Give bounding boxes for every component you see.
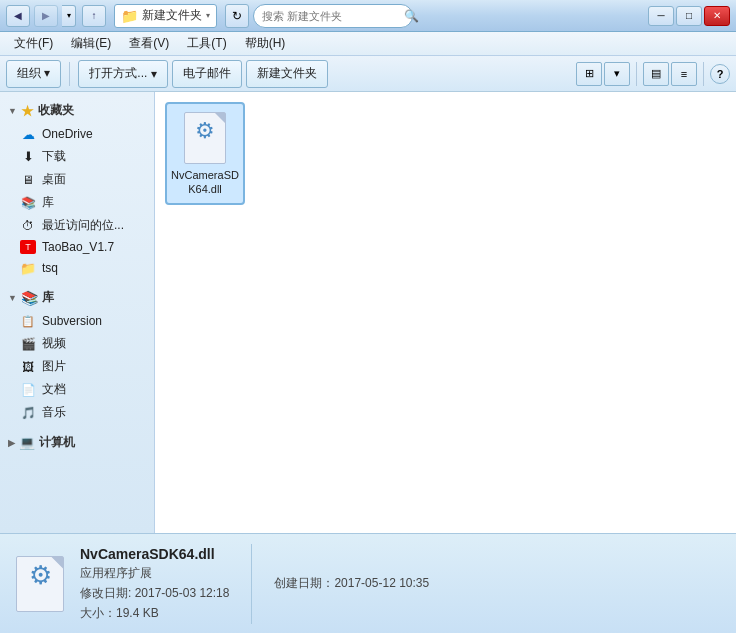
organize-label: 组织 ▾ — [17, 65, 50, 82]
up-button[interactable]: ↑ — [82, 5, 106, 27]
status-divider — [251, 544, 252, 624]
new-folder-button[interactable]: 新建文件夹 — [246, 60, 328, 88]
sidebar-section-computer[interactable]: ▶ 💻 计算机 — [0, 430, 154, 455]
menu-tools[interactable]: 工具(T) — [179, 33, 234, 54]
sidebar-section-library[interactable]: ▼ 📚 库 — [0, 285, 154, 310]
close-button[interactable]: ✕ — [704, 6, 730, 26]
details-pane-button[interactable]: ≡ — [671, 62, 697, 86]
sidebar-item-download[interactable]: ⬇ 下载 — [0, 145, 154, 168]
sidebar-item-library[interactable]: 📚 库 — [0, 191, 154, 214]
status-dates: 创建日期：2017-05-12 10:35 — [274, 575, 429, 592]
toolbar-separator-2 — [636, 62, 637, 86]
onedrive-icon: ☁ — [20, 126, 36, 142]
file-area[interactable]: ⚙ NvCameraSDK64.dll — [155, 92, 736, 533]
sidebar-item-desktop[interactable]: 🖥 桌面 — [0, 168, 154, 191]
email-label: 电子邮件 — [183, 65, 231, 82]
sidebar-section-favorites[interactable]: ▼ ★ 收藏夹 — [0, 98, 154, 123]
maximize-button[interactable]: □ — [676, 6, 702, 26]
refresh-button[interactable]: ↻ — [225, 4, 249, 28]
sidebar-item-recent[interactable]: ⏱ 最近访问的位... — [0, 214, 154, 237]
favorites-label: 收藏夹 — [38, 102, 74, 119]
music-icon: 🎵 — [20, 405, 36, 421]
status-modified: 修改日期: 2017-05-03 12:18 — [80, 585, 229, 602]
library-label: 库 — [42, 194, 54, 211]
favorites-star-icon: ★ — [21, 103, 34, 119]
library-icon: 📚 — [20, 195, 36, 211]
desktop-icon: 🖥 — [20, 172, 36, 188]
view-grid-button[interactable]: ⊞ — [576, 62, 602, 86]
main-area: ▼ ★ 收藏夹 ☁ OneDrive ⬇ 下载 🖥 桌面 📚 库 ⏱ 最近访问的… — [0, 92, 736, 533]
status-file-icon: ⚙ — [14, 554, 66, 614]
video-icon: 🎬 — [20, 336, 36, 352]
toolbar-separator-1 — [69, 62, 70, 86]
email-button[interactable]: 电子邮件 — [172, 60, 242, 88]
window-controls: ─ □ ✕ — [648, 6, 730, 26]
sidebar-item-documents[interactable]: 📄 文档 — [0, 378, 154, 401]
library-section-label: 库 — [42, 289, 54, 306]
sidebar-item-pictures[interactable]: 🖼 图片 — [0, 355, 154, 378]
title-bar: ◀ ▶ ▾ ↑ 📁 新建文件夹 ▾ ↻ 🔍 ─ □ ✕ — [0, 0, 736, 32]
status-filename: NvCameraSDK64.dll — [80, 546, 229, 562]
address-dropdown-icon: ▾ — [206, 11, 210, 20]
folder-icon: 📁 — [121, 8, 138, 24]
organize-button[interactable]: 组织 ▾ — [6, 60, 61, 88]
sidebar-item-tsq[interactable]: 📁 tsq — [0, 257, 154, 279]
search-bar[interactable]: 🔍 — [253, 4, 413, 28]
taobao-icon: T — [20, 240, 36, 254]
sidebar-item-subversion[interactable]: 📋 Subversion — [0, 310, 154, 332]
view-buttons: ⊞ ▾ ▤ ≡ ? — [576, 62, 730, 86]
sidebar-item-video[interactable]: 🎬 视频 — [0, 332, 154, 355]
computer-chevron: ▶ — [8, 438, 15, 448]
dll-file-icon: ⚙ — [181, 110, 229, 166]
documents-label: 文档 — [42, 381, 66, 398]
minimize-button[interactable]: ─ — [648, 6, 674, 26]
toolbar-separator-3 — [703, 62, 704, 86]
address-bar[interactable]: 📁 新建文件夹 ▾ — [114, 4, 217, 28]
recent-label: 最近访问的位... — [42, 217, 124, 234]
status-size: 大小：19.4 KB — [80, 605, 229, 622]
open-with-label: 打开方式... — [89, 65, 147, 82]
sidebar: ▼ ★ 收藏夹 ☁ OneDrive ⬇ 下载 🖥 桌面 📚 库 ⏱ 最近访问的… — [0, 92, 155, 533]
sidebar-item-onedrive[interactable]: ☁ OneDrive — [0, 123, 154, 145]
view-dropdown-button[interactable]: ▾ — [604, 62, 630, 86]
library-section-icon: 📚 — [21, 290, 38, 306]
pictures-icon: 🖼 — [20, 359, 36, 375]
status-info: NvCameraSDK64.dll 应用程序扩展 修改日期: 2017-05-0… — [80, 546, 229, 622]
nav-dropdown-button[interactable]: ▾ — [62, 5, 76, 27]
sidebar-item-taobao[interactable]: T TaoBao_V1.7 — [0, 237, 154, 257]
library-chevron: ▼ — [8, 293, 17, 303]
search-icon: 🔍 — [404, 9, 419, 23]
toolbar: 组织 ▾ 打开方式... ▾ 电子邮件 新建文件夹 ⊞ ▾ ▤ ≡ ? — [0, 56, 736, 92]
help-button[interactable]: ? — [710, 64, 730, 84]
documents-icon: 📄 — [20, 382, 36, 398]
file-label: NvCameraSDK64.dll — [171, 168, 239, 197]
subversion-label: Subversion — [42, 314, 102, 328]
download-label: 下载 — [42, 148, 66, 165]
menu-help[interactable]: 帮助(H) — [237, 33, 294, 54]
tsq-folder-icon: 📁 — [20, 260, 36, 276]
search-input[interactable] — [262, 10, 400, 22]
menu-edit[interactable]: 编辑(E) — [63, 33, 119, 54]
taobao-label: TaoBao_V1.7 — [42, 240, 114, 254]
pictures-label: 图片 — [42, 358, 66, 375]
desktop-label: 桌面 — [42, 171, 66, 188]
music-label: 音乐 — [42, 404, 66, 421]
forward-button[interactable]: ▶ — [34, 5, 58, 27]
menu-view[interactable]: 查看(V) — [121, 33, 177, 54]
recent-icon: ⏱ — [20, 218, 36, 234]
address-text: 新建文件夹 — [142, 7, 202, 24]
favorites-chevron: ▼ — [8, 106, 17, 116]
menu-file[interactable]: 文件(F) — [6, 33, 61, 54]
download-icon: ⬇ — [20, 149, 36, 165]
video-label: 视频 — [42, 335, 66, 352]
open-with-button[interactable]: 打开方式... ▾ — [78, 60, 168, 88]
back-button[interactable]: ◀ — [6, 5, 30, 27]
file-item-nvcamerasdk[interactable]: ⚙ NvCameraSDK64.dll — [165, 102, 245, 205]
status-bar: ⚙ NvCameraSDK64.dll 应用程序扩展 修改日期: 2017-05… — [0, 533, 736, 633]
menu-bar: 文件(F) 编辑(E) 查看(V) 工具(T) 帮助(H) — [0, 32, 736, 56]
preview-pane-button[interactable]: ▤ — [643, 62, 669, 86]
status-created: 创建日期：2017-05-12 10:35 — [274, 575, 429, 592]
sidebar-item-music[interactable]: 🎵 音乐 — [0, 401, 154, 424]
computer-label: 计算机 — [39, 434, 75, 451]
status-icon-gear: ⚙ — [29, 560, 52, 591]
